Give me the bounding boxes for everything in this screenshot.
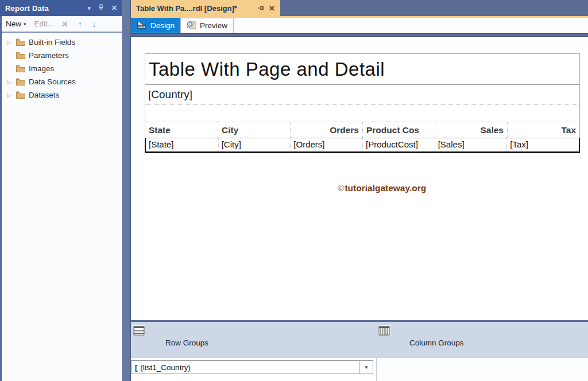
tab-design[interactable]: Design — [131, 18, 180, 33]
report-data-toolbar: New ▾ Edit... ✕ ↑ ↓ — [2, 16, 122, 33]
header-cell-state[interactable]: State — [145, 122, 218, 138]
empty-row[interactable] — [145, 105, 579, 122]
preview-magnifier-icon — [187, 21, 196, 31]
header-cell-tax[interactable]: Tax — [507, 122, 579, 138]
design-surface[interactable]: Table With Page and Detail [Country] Sta… — [131, 37, 588, 320]
delete-icon[interactable]: ✕ — [61, 20, 68, 29]
tree-item-parameters[interactable]: ▷ Parameters — [2, 49, 122, 62]
row-groups-section: Row Groups — [131, 322, 376, 358]
tab-well-background — [280, 0, 588, 16]
tree-item-label: Built-in Fields — [29, 38, 75, 46]
document-tab[interactable]: Table With Pa....rdl [Design]* ✕ — [131, 0, 280, 16]
pin-icon[interactable] — [98, 4, 104, 12]
folder-icon — [16, 52, 25, 59]
watermark: ©tutorialgateway.org — [338, 183, 426, 193]
folder-icon — [16, 38, 25, 46]
watermark-text: tutorialgateway.org — [345, 183, 426, 193]
detail-cell-orders[interactable]: [Orders] — [290, 138, 362, 151]
document-area: Table With Pa....rdl [Design]* ✕ Design — [131, 0, 588, 381]
report-data-tree: ▷ Built-in Fields ▷ Parameters ▷ Images … — [2, 33, 122, 102]
column-groups-section: Column Groups — [376, 322, 588, 358]
row-group-item: (list1_Country) — [140, 363, 359, 372]
tree-item-label: Images — [29, 64, 54, 73]
row-group-combobox[interactable]: [ (list1_Country) ▼ — [131, 360, 373, 374]
table-detail-row: [State] [City] [Orders] [ProductCost] [S… — [145, 138, 580, 153]
grouping-pane: Row Groups Column Groups [ (list1_Countr… — [131, 320, 588, 381]
move-down-icon[interactable]: ↓ — [92, 19, 96, 29]
row-groups-list: [ (list1_Country) ▼ — [131, 358, 376, 381]
report-page: Table With Page and Detail [Country] Sta… — [145, 53, 580, 153]
tablix-bracket-icon: [ — [131, 363, 140, 372]
column-groups-list — [377, 358, 588, 381]
close-icon[interactable]: ✕ — [269, 4, 275, 13]
detail-cell-product-cost[interactable]: [ProductCost] — [362, 138, 435, 151]
panel-title: Report Data — [5, 4, 49, 13]
tab-preview-label: Preview — [200, 21, 227, 30]
tree-item-label: Data Sources — [29, 77, 76, 86]
column-groups-label: Column Groups — [409, 339, 464, 347]
expander-icon[interactable]: ▷ — [7, 40, 14, 45]
report-title-textbox[interactable]: Table With Page and Detail — [145, 54, 579, 85]
new-button[interactable]: New — [6, 20, 21, 28]
header-cell-product-cost[interactable]: Product Cos — [362, 122, 435, 138]
folder-icon — [16, 78, 25, 85]
expander-icon[interactable]: ▷ — [7, 79, 14, 85]
move-up-icon[interactable]: ↑ — [78, 19, 83, 29]
tree-item-label: Parameters — [29, 51, 69, 60]
view-tab-strip: Design Preview — [131, 18, 588, 33]
close-panel-icon[interactable]: ✕ — [111, 5, 117, 11]
document-tab-row: Table With Pa....rdl [Design]* ✕ — [131, 0, 588, 16]
grouping-pane-body: [ (list1_Country) ▼ — [131, 358, 588, 381]
document-tab-title: Table With Pa....rdl [Design]* — [136, 4, 256, 13]
tree-item-built-in-fields[interactable]: ▷ Built-in Fields — [2, 36, 122, 49]
expander-icon[interactable]: ▷ — [7, 92, 14, 98]
folder-icon — [16, 91, 25, 99]
report-data-panel-titlebar: Report Data ▾ ✕ — [0, 0, 122, 16]
detail-cell-city[interactable]: [City] — [218, 138, 291, 151]
new-chevron-down-icon[interactable]: ▾ — [24, 21, 26, 27]
country-group-textbox[interactable]: [Country] — [145, 85, 579, 105]
folder-icon — [16, 65, 25, 72]
header-cell-orders[interactable]: Orders — [290, 122, 362, 138]
pin-icon[interactable] — [258, 5, 265, 11]
tree-item-images[interactable]: ▷ Images — [2, 62, 122, 75]
edit-button[interactable]: Edit... — [34, 20, 55, 28]
column-groups-icon — [378, 325, 390, 336]
detail-cell-sales[interactable]: [Sales] — [435, 138, 507, 151]
table-header-row: State City Orders Product Cos Sales Tax — [145, 122, 579, 138]
tree-item-label: Datasets — [29, 91, 59, 99]
row-groups-label: Row Groups — [165, 339, 208, 347]
panel-menu-chevron-down-icon[interactable]: ▾ — [87, 5, 91, 11]
tab-preview[interactable]: Preview — [180, 18, 234, 33]
combobox-dropdown-icon[interactable]: ▼ — [359, 361, 373, 374]
grouping-pane-header: Row Groups Column Groups — [131, 322, 588, 358]
header-cell-city[interactable]: City — [218, 122, 290, 138]
report-data-panel: Report Data ▾ ✕ New ▾ Edit... ✕ ↑ ↓ ▷ Bu… — [0, 0, 122, 381]
report-designer-window: Report Data ▾ ✕ New ▾ Edit... ✕ ↑ ↓ ▷ Bu… — [0, 0, 588, 381]
copyright-icon: © — [338, 183, 344, 193]
tab-design-label: Design — [150, 21, 175, 30]
detail-cell-state[interactable]: [State] — [146, 138, 218, 151]
panel-splitter[interactable] — [122, 0, 131, 381]
tree-item-data-sources[interactable]: ▷ Data Sources — [2, 75, 122, 88]
detail-cell-tax[interactable]: [Tax] — [506, 138, 579, 151]
header-cell-sales[interactable]: Sales — [435, 122, 507, 138]
row-groups-icon — [133, 325, 145, 336]
tree-item-datasets[interactable]: ▷ Datasets — [2, 88, 122, 102]
design-ruler-icon — [137, 20, 147, 30]
